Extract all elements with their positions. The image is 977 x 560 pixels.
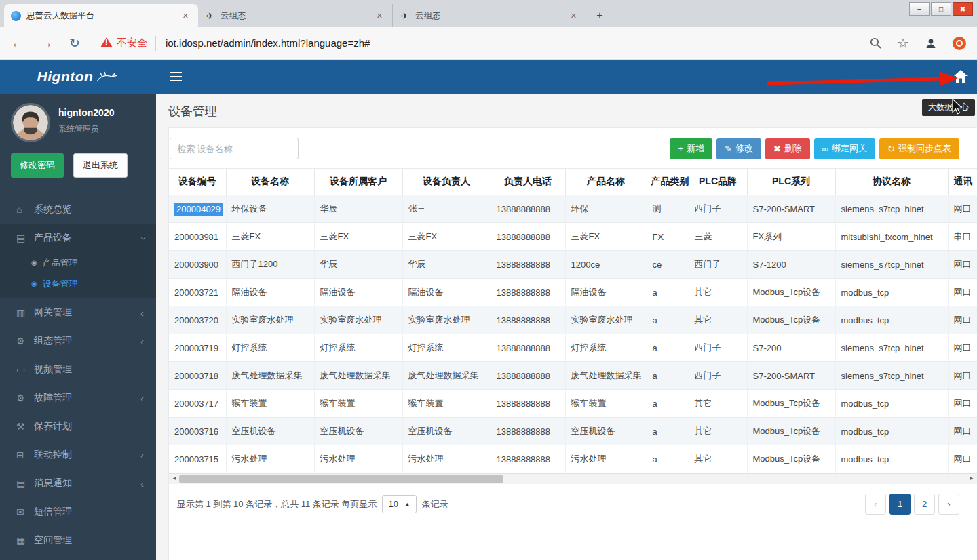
home-icon[interactable]	[954, 70, 968, 85]
menu-toggle-icon[interactable]	[170, 72, 182, 81]
table-row[interactable]: 200003717猴车装置猴车装置猴车装置13888888888猴车装置a其它M…	[169, 390, 977, 418]
profile-icon[interactable]	[924, 37, 938, 50]
security-warning-icon[interactable]	[100, 37, 113, 47]
column-header[interactable]: 协议名称	[835, 169, 948, 195]
search-input[interactable]	[170, 138, 299, 159]
sidebar-item-system-overview[interactable]: ⌂系统总览	[0, 195, 156, 224]
table-row[interactable]: 200003718废气处理数据采集废气处理数据采集废气处理数据采集1388888…	[169, 362, 977, 390]
sidebar-item-product-manage[interactable]: ◉产品管理	[0, 252, 156, 273]
table-cell: 网口	[948, 445, 977, 473]
column-header[interactable]: 产品类别	[647, 169, 689, 195]
monitor-icon: ▭	[16, 364, 34, 375]
edit-button[interactable]: ✎修改	[716, 138, 761, 159]
next-page-button[interactable]: ›	[938, 494, 959, 515]
scroll-left-icon[interactable]: ◄	[172, 475, 177, 481]
table-row[interactable]: 200004029环保设备华辰张三13888888888环保测西门子S7-200…	[169, 195, 977, 223]
sidebar-item-device-manage[interactable]: ◉设备管理	[0, 273, 156, 294]
avatar[interactable]	[11, 103, 50, 142]
sidebar-item-space-manage[interactable]: ▦空间管理	[0, 526, 156, 555]
tab-close-icon[interactable]: ✕	[568, 10, 579, 22]
sidebar-item-maintenance-plan[interactable]: ⚒保养计划	[0, 412, 156, 441]
back-icon[interactable]: ←	[11, 36, 24, 51]
column-header[interactable]: 设备负责人	[402, 169, 491, 195]
force-sync-button[interactable]: ↻强制同步点表	[879, 138, 959, 159]
horizontal-scrollbar[interactable]: ◄ ►	[169, 473, 977, 484]
column-header[interactable]: 通讯	[948, 169, 977, 195]
table-cell: 废气处理数据采集	[565, 362, 647, 390]
close-button[interactable]: ✖	[953, 2, 973, 16]
forward-icon[interactable]: →	[40, 36, 53, 51]
zoom-icon[interactable]	[869, 37, 882, 49]
table-row[interactable]: 200003900西门子1200华辰华辰138888888881200cece西…	[169, 251, 977, 279]
reload-icon[interactable]: ↻	[69, 35, 80, 51]
bind-gateway-button[interactable]: ∞绑定网关	[814, 138, 875, 159]
page-size-select[interactable]: 10 ▲	[382, 495, 416, 513]
table-cell: 13888888888	[491, 390, 565, 418]
security-warning-label[interactable]: 不安全	[117, 37, 147, 49]
table-cell: 网口	[948, 279, 977, 306]
bookmark-star-icon[interactable]: ☆	[897, 35, 909, 52]
sidebar-item-video-manage[interactable]: ▭视频管理	[0, 355, 156, 384]
link-icon: ∞	[822, 144, 828, 154]
table-row[interactable]: 200003715污水处理污水处理污水处理13888888888污水处理a其它M…	[169, 445, 977, 473]
minimize-button[interactable]: –	[909, 2, 930, 16]
tab-title: 云组态	[415, 10, 562, 22]
grid-icon: ▦	[16, 535, 34, 546]
table-cell: 西门子	[689, 362, 747, 390]
logout-button[interactable]: 退出系统	[73, 153, 128, 178]
page-2-page-button[interactable]: 2	[914, 494, 935, 515]
page-size-value: 10	[388, 499, 398, 509]
tab-close-icon[interactable]: ✕	[180, 10, 191, 22]
browser-brand-icon[interactable]	[953, 37, 966, 50]
column-header[interactable]: PLC系列	[747, 169, 835, 195]
column-header[interactable]: 负责人电话	[491, 169, 565, 195]
sidebar-item-message-notify[interactable]: ▤消息通知‹	[0, 469, 156, 498]
add-button[interactable]: +新增	[670, 138, 712, 159]
delete-button[interactable]: ✖删除	[765, 138, 810, 159]
sidebar-item-gateway-manage[interactable]: ▥网关管理‹	[0, 298, 156, 327]
scrollbar-thumb[interactable]	[179, 475, 503, 483]
column-header[interactable]: 设备编号	[169, 169, 226, 195]
table-cell: a	[647, 334, 689, 362]
sidebar-item-scada-manage[interactable]: ⚙组态管理‹	[0, 327, 156, 355]
sidebar-item-linkage-control[interactable]: ⊞联动控制‹	[0, 441, 156, 469]
table-cell: 废气处理数据采集	[402, 362, 491, 390]
sidebar-item-sms-manage[interactable]: ✉短信管理	[0, 498, 156, 526]
table-row[interactable]: 200003716空压机设备空压机设备空压机设备13888888888空压机设备…	[169, 418, 977, 445]
page-1-page-button[interactable]: 1	[889, 494, 911, 515]
url-text[interactable]: iot.idosp.net/admin/index.html?language=…	[166, 37, 861, 49]
column-header[interactable]: 设备所属客户	[314, 169, 402, 195]
sidebar: hignton2020 系统管理员 修改密码 退出系统 ⌂系统总览▤产品设备‹◉…	[0, 94, 156, 560]
scroll-right-icon[interactable]: ►	[969, 475, 974, 481]
button-label: 绑定网关	[832, 142, 867, 155]
pencil-icon: ✎	[725, 144, 732, 154]
restore-button[interactable]: □	[931, 2, 951, 16]
change-password-button[interactable]: 修改密码	[11, 153, 64, 178]
scada-favicon-icon: ✈	[400, 11, 410, 21]
browser-tab-tab-1[interactable]: 思普云大数据平台✕	[4, 4, 198, 27]
table-row[interactable]: 200003719灯控系统灯控系统灯控系统13888888888灯控系统a西门子…	[169, 334, 977, 362]
table-cell: modbus_tcp	[835, 306, 948, 334]
browser-tab-tab-3[interactable]: ✈云组态✕	[392, 4, 586, 27]
column-header[interactable]: 产品名称	[565, 169, 647, 195]
browser-tab-tab-2[interactable]: ✈云组态✕	[198, 4, 392, 27]
tab-close-icon[interactable]: ✕	[374, 10, 385, 22]
new-tab-button[interactable]: +	[590, 7, 609, 24]
table-cell: a	[647, 306, 689, 334]
sidebar-item-fault-manage[interactable]: ⚙故障管理‹	[0, 384, 156, 412]
table-row[interactable]: 200003720实验室废水处理实验室废水处理实验室废水处理1388888888…	[169, 306, 977, 334]
sidebar-item-label: 系统总览	[34, 203, 144, 216]
table-cell: 实验室废水处理	[565, 306, 647, 334]
sidebar-item-product-device[interactable]: ▤产品设备‹	[0, 224, 156, 252]
column-header[interactable]: PLC品牌	[689, 169, 747, 195]
table-cell: FX系列	[747, 223, 835, 251]
prev-page-button[interactable]: ‹	[865, 494, 886, 515]
table-cell: 灯控系统	[565, 334, 647, 362]
table-row[interactable]: 200003721隔油设备隔油设备隔油设备13888888888隔油设备a其它M…	[169, 279, 977, 306]
table-cell: 网口	[948, 306, 977, 334]
app-logo[interactable]: Hignton	[0, 60, 156, 94]
table-cell: 200003716	[169, 418, 226, 445]
column-header[interactable]: 设备名称	[226, 169, 314, 195]
table-row[interactable]: 200003981三菱FX三菱FX三菱FX13888888888三菱FXFX三菱…	[169, 223, 977, 251]
table-cell: 环保设备	[226, 195, 314, 223]
